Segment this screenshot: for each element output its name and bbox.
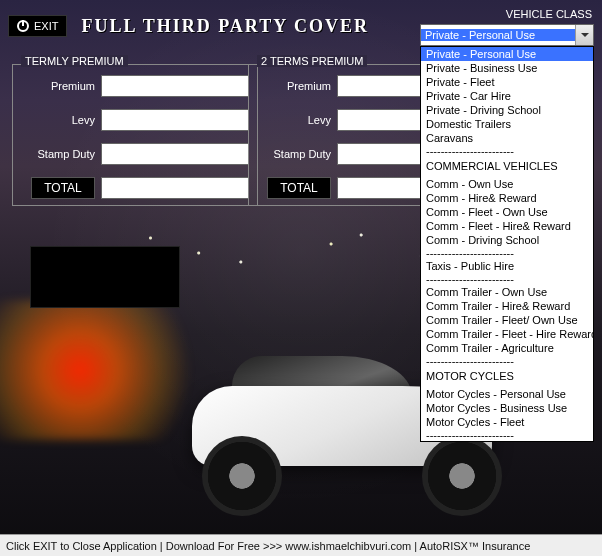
vehicle-class-selected: Private - Personal Use <box>421 29 575 41</box>
termly-legend: TERMLY PREMIUM <box>21 55 128 67</box>
dropdown-separator: ------------------------ <box>421 247 593 259</box>
dropdown-item[interactable]: Taxis - Public Hire <box>421 259 593 273</box>
exit-button[interactable]: EXIT <box>8 15 67 37</box>
dropdown-item[interactable]: Comm - Fleet - Own Use <box>421 205 593 219</box>
stamp-duty-label: Stamp Duty <box>257 148 331 160</box>
dropdown-item[interactable]: Comm Trailer - Own Use <box>421 285 593 299</box>
termly-stampduty-input[interactable] <box>101 143 249 165</box>
levy-label: Levy <box>257 114 331 126</box>
two-terms-legend: 2 TERMS PREMIUM <box>257 55 367 67</box>
dropdown-separator: ------------------------ <box>421 273 593 285</box>
levy-label: Levy <box>21 114 95 126</box>
dropdown-item[interactable]: Private - Car Hire <box>421 89 593 103</box>
dropdown-group-header: COMMERCIAL VEHICLES <box>421 157 593 173</box>
dropdown-item[interactable]: Private - Personal Use <box>421 47 593 61</box>
dropdown-item[interactable]: Comm Trailer - Hire& Reward <box>421 299 593 313</box>
vehicle-class-combo[interactable]: Private - Personal Use <box>420 24 594 46</box>
termly-premium-input[interactable] <box>101 75 249 97</box>
termly-total-input[interactable] <box>101 177 249 199</box>
dropdown-item[interactable]: Comm - Hire& Reward <box>421 191 593 205</box>
dropdown-item[interactable]: Domestic Trailers <box>421 117 593 131</box>
page-title: FULL THIRD PARTY COVER <box>81 16 369 37</box>
dropdown-separator: ------------------------ <box>421 145 593 157</box>
image-placeholder <box>30 246 180 308</box>
premium-label: Premium <box>21 80 95 92</box>
dropdown-item[interactable]: Private - Fleet <box>421 75 593 89</box>
dropdown-separator: ------------------------ <box>421 355 593 367</box>
dropdown-item[interactable]: Motor Cycles - Business Use <box>421 401 593 415</box>
dropdown-item[interactable]: Motor Cycles - Fleet <box>421 415 593 429</box>
status-bar: Click EXIT to Close Application | Downlo… <box>0 534 602 556</box>
dropdown-item[interactable]: Private - Driving School <box>421 103 593 117</box>
premium-label: Premium <box>257 80 331 92</box>
dropdown-item[interactable]: Comm - Driving School <box>421 233 593 247</box>
termly-premium-panel: TERMLY PREMIUM Premium Levy Stamp Duty T… <box>12 64 258 206</box>
vehicle-class-label: VEHICLE CLASS <box>504 4 594 24</box>
total-label: TOTAL <box>31 177 95 199</box>
termly-levy-input[interactable] <box>101 109 249 131</box>
chevron-down-icon[interactable] <box>575 25 593 45</box>
total-label: TOTAL <box>267 177 331 199</box>
dropdown-item[interactable]: Private - Business Use <box>421 61 593 75</box>
dropdown-item[interactable]: Comm Trailer - Fleet - Hire Reward <box>421 327 593 341</box>
dropdown-item[interactable]: Comm Trailer - Fleet/ Own Use <box>421 313 593 327</box>
dropdown-item[interactable]: Comm Trailer - Agriculture <box>421 341 593 355</box>
stamp-duty-label: Stamp Duty <box>21 148 95 160</box>
exit-label: EXIT <box>34 20 58 32</box>
dropdown-item[interactable]: Comm - Fleet - Hire& Reward <box>421 219 593 233</box>
power-icon <box>17 20 29 32</box>
dropdown-item[interactable]: Caravans <box>421 131 593 145</box>
dropdown-item[interactable]: Comm - Own Use <box>421 177 593 191</box>
dropdown-group-header: MOTOR CYCLES <box>421 367 593 383</box>
dropdown-item[interactable]: Motor Cycles - Personal Use <box>421 387 593 401</box>
dropdown-separator: ------------------------ <box>421 429 593 441</box>
vehicle-class-dropdown[interactable]: Private - Personal UsePrivate - Business… <box>420 46 594 442</box>
